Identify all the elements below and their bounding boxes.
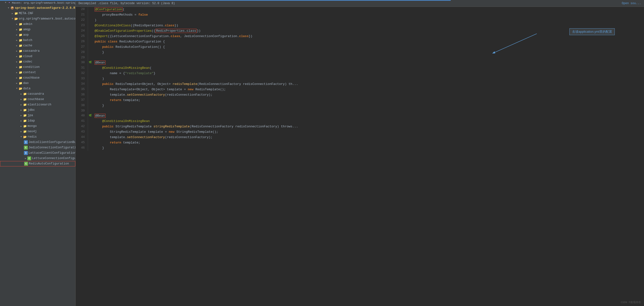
expand-arrow: ▼ [4, 2, 7, 4]
jedis-connection-config-item[interactable]: C JedisConnectionConfiguration [0, 145, 75, 150]
data-cassandra-item[interactable]: ▶ 📁 cassandra [0, 91, 75, 97]
gutter-32 [88, 71, 93, 76]
lettuce-connection-config-item[interactable]: ▶ C LettuceConnectionConfiguration [0, 156, 75, 161]
batch-item[interactable]: ▶ 📁 batch [0, 38, 75, 43]
cache-folder-icon: 📁 [18, 44, 22, 48]
code-line-36: 36 template.setConnectionFactory(redisCo… [76, 92, 644, 98]
cache-label: cache [23, 44, 32, 47]
data-redis-label: redis [28, 135, 37, 139]
line-num-39: 39 [76, 108, 88, 113]
code-line-40: 40 🌿 @Bean [76, 113, 644, 119]
code-line-25: 25 @Import({LettuceConnectionConfigurati… [76, 34, 644, 39]
dao-arrow: ▶ [15, 82, 18, 85]
meta-inf-item[interactable]: ▶ 📁 META-INF [0, 11, 75, 16]
lettuce-client-config-item[interactable]: I LettuceClientConfigurationBuilderCusto… [0, 150, 75, 156]
cassandra-item[interactable]: ▶ 📁 cassandra [0, 48, 75, 54]
line-num-36: 36 [76, 92, 88, 98]
dao-item[interactable]: ▶ 📁 dao [0, 81, 75, 86]
redis-auto-config-item[interactable]: C RedisAutoConfiguration [0, 161, 75, 166]
kw-public-26: public [94, 40, 106, 44]
jedis-client-config-item[interactable]: I JedisClientConfigurationBuilderCustomi… [0, 140, 75, 145]
gutter-38 [88, 103, 93, 108]
data-ldap-item[interactable]: ▶ 📁 ldap [0, 118, 75, 123]
method-set-connection: setConnectionFactory [127, 93, 165, 97]
data-jdbc-item[interactable]: ▶ 📁 jdbc [0, 107, 75, 113]
gutter-37 [88, 98, 93, 103]
context-arrow: ▶ [15, 71, 18, 74]
amqp-item[interactable]: ▶ 📁 amqp [0, 27, 75, 32]
line-num-26: 26 [76, 39, 88, 45]
batch-folder-icon: 📁 [18, 39, 22, 42]
cache-item[interactable]: ▶ 📁 cache [0, 43, 75, 48]
code-43: StringRedisTemplate template = new Strin… [93, 129, 644, 135]
jar-item[interactable]: ▼ 📦 spring-boot-autoconfigure-2.2.6.RELE… [0, 5, 75, 11]
data-elasticsearch-item[interactable]: ▶ 📁 elasticsearch [0, 102, 75, 107]
code-46: } [93, 145, 644, 151]
code-line-42: 42 public StringRedisTemplate stringRedi… [76, 124, 644, 129]
jedis-connection-config-label: JedisConnectionConfiguration [28, 146, 76, 149]
kw-false-21: false [138, 13, 148, 17]
admin-label: admin [23, 23, 32, 26]
line-num-32: 32 [76, 71, 88, 76]
gutter-43 [88, 129, 93, 135]
code-table: 20 @Configuration( 21 proxyBeanMethods =… [76, 7, 644, 151]
data-item[interactable]: ▼ 📂 data [0, 86, 75, 91]
line-num-31: 31 [76, 65, 88, 71]
data-couchbase-arrow: ▶ [20, 98, 23, 101]
data-jpa-folder-icon: 📁 [23, 114, 27, 117]
code-30: @Bean [93, 60, 644, 65]
data-neo4j-folder-icon: 📁 [23, 130, 27, 133]
cloud-item[interactable]: ▶ 📁 cloud [0, 54, 75, 59]
data-mongo-arrow: ▶ [20, 125, 23, 128]
gutter-33 [88, 76, 93, 82]
gutter-20 [88, 7, 93, 12]
dao-label: dao [23, 82, 29, 85]
data-redis-item[interactable]: ▼ 📂 redis [0, 134, 75, 140]
amqp-label: amqp [23, 28, 30, 31]
code-44: template.setConnectionFactory(redisConne… [93, 135, 644, 140]
admin-item[interactable]: ▶ 📁 admin [0, 22, 75, 27]
data-mongo-item[interactable]: ▶ 📁 mongo [0, 123, 75, 129]
lettuce-client-config-label: LettuceClientConfigurationBuilderCustomi… [28, 151, 76, 155]
context-folder-icon: 📁 [18, 71, 22, 74]
gutter-39 [88, 108, 93, 113]
context-item[interactable]: ▶ 📁 context [0, 70, 75, 75]
maven-root-item[interactable]: ▼ ▪ Maven: org.springframework.boot:spri… [0, 0, 75, 5]
codec-item[interactable]: ▶ 📁 codec [0, 59, 75, 64]
data-cassandra-arrow: ▶ [20, 93, 23, 95]
code-line-21: 21 proxyBeanMethods = false [76, 12, 644, 18]
kw-class-25a: class [171, 35, 180, 38]
gutter-42 [88, 124, 93, 129]
data-elasticsearch-folder-icon: 📁 [23, 103, 27, 107]
callout-text: 去读application.yml里的配置 [572, 30, 612, 34]
method-set-connection-44: setConnectionFactory [127, 135, 165, 139]
line-num-24: 24 [76, 28, 88, 34]
data-couchbase-folder-icon: 📁 [23, 98, 27, 101]
cloud-arrow: ▶ [15, 55, 18, 58]
data-ldap-arrow: ▶ [20, 120, 23, 122]
couchbase-arrow: ▶ [15, 77, 18, 79]
code-line-29: 29 [76, 55, 644, 60]
kw-public-42: public [102, 125, 114, 128]
condition-item[interactable]: ▶ 📁 condition [0, 64, 75, 70]
annotation-conditional-missing-41: @ConditionalOnMissingBean [102, 119, 150, 123]
kw-return-45: return [110, 141, 121, 144]
open-source-link[interactable]: Open sou... [622, 2, 641, 5]
code-area[interactable]: 去读application.yml里的配置 20 @Configuration( [76, 7, 644, 306]
code-line-45: 45 return template; [76, 140, 644, 145]
gutter-26 [88, 39, 93, 45]
data-couchbase-item[interactable]: ▶ 📁 couchbase [0, 97, 75, 102]
line-num-43: 43 [76, 129, 88, 135]
aop-item[interactable]: ▶ 📁 aop [0, 32, 75, 38]
code-line-32: 32 name = {"redisTemplate"} [76, 71, 644, 76]
code-20: @Configuration( [93, 7, 644, 12]
couchbase-item[interactable]: ▶ 📁 couchbase [0, 75, 75, 81]
data-jpa-item[interactable]: ▶ 📁 jpa [0, 113, 75, 118]
kw-return-37: return [110, 98, 121, 102]
gutter-34 [88, 82, 93, 87]
autoconfigure-item[interactable]: ▼ 📂 org.springframework.boot.autoconfigu… [0, 16, 75, 22]
kw-new-43: new [169, 130, 174, 134]
kw-class-26: class [108, 40, 118, 44]
data-neo4j-item[interactable]: ▶ 📁 neo4j [0, 129, 75, 134]
annotation-configuration: @Configuration [94, 7, 122, 12]
